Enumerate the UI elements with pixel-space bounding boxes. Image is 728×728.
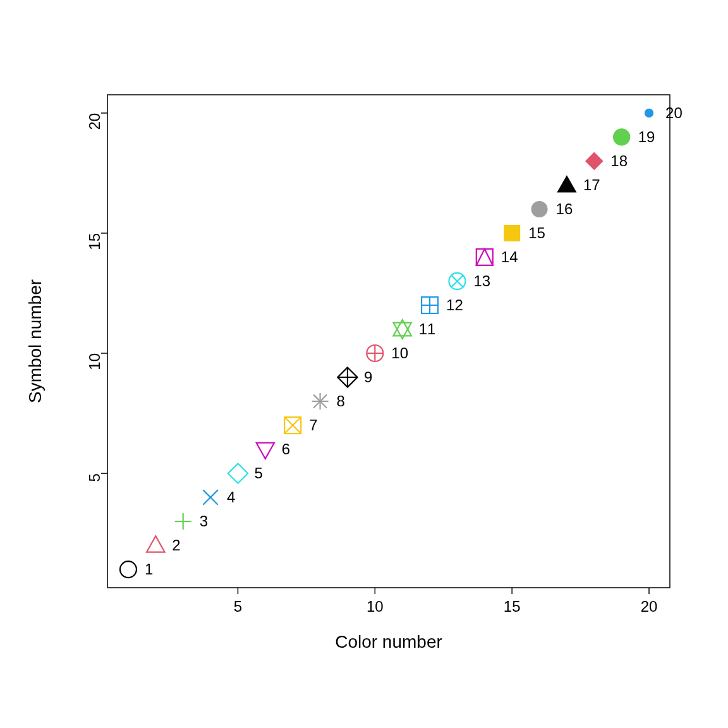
data-point xyxy=(228,463,248,483)
point-label: 16 xyxy=(556,200,573,217)
point-label: 8 xyxy=(337,392,345,410)
svg-marker-30 xyxy=(476,249,493,265)
svg-marker-1 xyxy=(147,536,164,552)
data-point xyxy=(531,201,548,217)
data-point xyxy=(422,297,438,313)
svg-rect-31 xyxy=(504,225,520,241)
data-point xyxy=(120,561,136,578)
x-axis-label: Color number xyxy=(335,632,442,652)
svg-marker-7 xyxy=(257,443,274,459)
point-label: 15 xyxy=(528,224,545,241)
data-point xyxy=(147,536,164,552)
data-point xyxy=(449,273,465,289)
y-tick-label: 20 xyxy=(86,113,103,130)
x-tick-label: 15 xyxy=(504,598,521,615)
y-tick-label: 10 xyxy=(86,353,103,370)
data-point xyxy=(337,367,357,387)
data-point xyxy=(393,320,411,339)
point-label: 7 xyxy=(309,416,317,434)
data-point xyxy=(585,152,604,171)
point-label: 10 xyxy=(391,344,408,361)
data-point xyxy=(367,345,383,361)
data-point xyxy=(557,175,576,192)
point-label: 17 xyxy=(583,176,600,193)
point-label: 13 xyxy=(473,272,490,289)
data-point xyxy=(257,443,274,459)
svg-rect-29 xyxy=(476,249,493,265)
svg-point-32 xyxy=(531,201,548,217)
y-tick-label: 15 xyxy=(86,233,103,250)
data-point xyxy=(312,393,329,410)
point-label: 6 xyxy=(282,440,290,458)
point-label: 20 xyxy=(665,104,682,121)
chart-container: 51015205101520Color numberSymbol number1… xyxy=(0,0,728,728)
point-label: 4 xyxy=(227,488,235,506)
point-label: 9 xyxy=(364,368,372,385)
point-label: 2 xyxy=(172,537,180,554)
data-point xyxy=(284,417,301,434)
y-tick-label: 5 xyxy=(86,473,103,482)
data-point xyxy=(175,513,191,530)
svg-point-0 xyxy=(120,561,136,578)
x-tick-label: 5 xyxy=(234,598,242,615)
svg-marker-6 xyxy=(228,463,248,483)
plot-frame xyxy=(107,95,670,588)
point-label: 11 xyxy=(419,320,436,337)
point-label: 3 xyxy=(200,513,208,530)
point-label: 14 xyxy=(501,248,518,265)
data-point xyxy=(203,490,217,504)
data-point xyxy=(645,109,653,118)
svg-marker-34 xyxy=(585,152,604,171)
point-label: 1 xyxy=(145,561,153,578)
point-label: 19 xyxy=(638,128,655,145)
point-label: 18 xyxy=(610,152,628,169)
svg-marker-33 xyxy=(557,175,576,192)
svg-point-35 xyxy=(613,128,630,145)
x-tick-label: 20 xyxy=(641,598,658,615)
x-tick-label: 10 xyxy=(367,598,384,615)
data-point xyxy=(476,249,493,265)
svg-point-36 xyxy=(645,109,653,118)
point-label: 12 xyxy=(446,296,463,313)
data-point xyxy=(613,128,630,145)
data-point xyxy=(504,225,520,241)
point-label: 5 xyxy=(254,464,262,482)
chart-svg: 51015205101520Color numberSymbol number1… xyxy=(0,0,728,728)
y-axis-label: Symbol number xyxy=(25,279,45,403)
